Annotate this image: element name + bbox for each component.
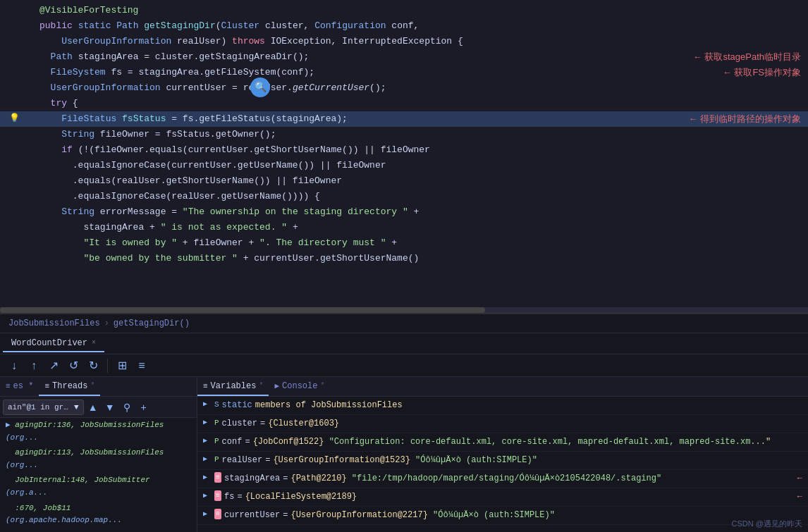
tab-close-button[interactable]: × — [92, 339, 96, 347]
thread-group-label: ain"@1 in group "... — [8, 403, 71, 412]
toolbar-step-out-btn[interactable]: ↗ — [45, 357, 62, 374]
var-type-icon-eq: ≡ — [214, 509, 221, 519]
debug-toolbar: ↓ ↑ ↗ ↺ ↻ ⊞ ≡ — [0, 354, 808, 377]
var-type-icon-p: P — [214, 417, 219, 429]
code-line: .equalsIgnoreCase(realUser.getUserName()… — [0, 189, 808, 204]
thread-item[interactable]: :670, Job$11 (org.apache.hadoop.map... — [0, 528, 197, 532]
var-item-static[interactable]: ▶ S static members of JobSubmissionFiles — [197, 397, 808, 415]
tab-wordcountdriver[interactable]: WordCountDriver × — [3, 335, 104, 352]
expand-icon[interactable]: ▶ — [203, 454, 212, 464]
tab-variables[interactable]: ≡ Variables * — [197, 377, 269, 396]
thread-item[interactable]: agingDir:113, JobSubmissionFiles (org... — [0, 445, 197, 473]
var-type-icon-p: P — [214, 454, 219, 466]
var-item-stagingarea[interactable]: ▶ ≡ stagingArea = {Path@2210} "file:/tmp… — [197, 470, 808, 488]
code-line: "be owned by the submitter " + currentUs… — [0, 251, 808, 266]
tab-label: WordCountDriver — [11, 338, 87, 348]
tab-frames[interactable]: ≡ es * — [0, 377, 39, 396]
var-type-icon-eq: ≡ — [214, 472, 221, 483]
code-line: UserGroupInformation realUser) throws IO… — [0, 34, 808, 49]
breadcrumb: JobSubmissionFiles › getStagingDir() — [0, 314, 808, 333]
frames-icon: ≡ — [6, 382, 11, 390]
threads-panel: ≡ es * ≡ Threads * ain"@1 in group "... … — [0, 377, 197, 532]
toolbar-evaluate-btn[interactable]: ↻ — [85, 357, 102, 374]
code-line: String errorMessage = "The ownership on … — [0, 204, 808, 220]
main-container: @VisibleForTesting public static Path ge… — [0, 0, 808, 532]
tab-console[interactable]: ▶ Console * — [269, 377, 330, 396]
breadcrumb-file[interactable]: JobSubmissionFiles — [8, 318, 100, 328]
thread-item[interactable]: ▶ agingDir:136, JobSubmissionFiles (org.… — [0, 418, 197, 445]
variables-icon: ≡ — [203, 382, 208, 390]
threads-filter-btn[interactable]: ⚲ — [119, 400, 135, 415]
expand-icon[interactable]: ▶ — [203, 490, 212, 501]
annotation-fs: ← 获取FS操作对象 — [723, 66, 801, 80]
code-area: @VisibleForTesting public static Path ge… — [0, 0, 808, 314]
thread-list: ▶ agingDir:136, JobSubmissionFiles (org.… — [0, 418, 197, 532]
code-line: try { — [0, 96, 808, 111]
threads-down-btn[interactable]: ▼ — [102, 400, 118, 415]
threads-add-btn[interactable]: + — [136, 400, 152, 415]
code-line: stagingArea + " is not as expected. " + — [0, 220, 808, 235]
code-line: public static Path getStagingDir(Cluster… — [0, 18, 808, 34]
breadcrumb-method[interactable]: getStagingDir() — [114, 318, 190, 328]
toolbar-step-over-btn[interactable]: ↓ — [6, 357, 23, 374]
var-type-icon-eq: ≡ — [214, 490, 221, 501]
var-item-cluster[interactable]: ▶ P cluster = {Cluster@1603} — [197, 415, 808, 433]
var-arrow-indicator: ← — [797, 490, 802, 503]
variables-label: Variables — [211, 381, 257, 391]
expand-icon[interactable]: ▶ — [203, 399, 212, 409]
tab-threads[interactable]: ≡ Threads * — [39, 377, 100, 396]
console-icon: ▶ — [274, 381, 279, 390]
code-line: "It is owned by " + fileOwner + ". The d… — [0, 235, 808, 251]
code-line: FileSystem fs = stagingArea.getFileSyste… — [0, 65, 808, 80]
thread-item[interactable]: JobInternal:148, JobSubmitter (org.a... — [0, 473, 197, 500]
var-type-icon-p: P — [214, 435, 219, 447]
var-arrow-indicator: ← — [797, 472, 802, 485]
toolbar-run-to-cursor-btn[interactable]: ↺ — [65, 357, 82, 374]
code-line: .equals(realUser.getShortUserName()) || … — [0, 173, 808, 189]
code-line: if (!(fileOwner.equals(currentUser.getSh… — [0, 142, 808, 158]
thread-group-dropdown[interactable]: ain"@1 in group "... ▼ — [3, 400, 84, 415]
csdn-watermark: CSDN @遇见的昨天 — [732, 519, 802, 529]
code-line: String fileOwner = fsStatus.getOwner(); — [0, 127, 808, 142]
threads-icon: ≡ — [44, 382, 49, 390]
var-item-currentuser[interactable]: ▶ ≡ currentUser = {UserGroupInformation@… — [197, 507, 808, 525]
frames-label: es * — [13, 381, 34, 391]
debug-panel: ≡ es * ≡ Threads * ain"@1 in group "... … — [0, 377, 808, 532]
toolbar-list-btn[interactable]: ≡ — [133, 357, 150, 374]
thread-item[interactable]: :670, Job$11 (org.apache.hadoop.map... — [0, 501, 197, 528]
threads-toolbar: ain"@1 in group "... ▼ ▲ ▼ ⚲ + — [0, 397, 197, 418]
toolbar-grid-btn[interactable]: ⊞ — [114, 357, 130, 374]
horizontal-scrollbar[interactable] — [0, 307, 808, 313]
code-line: Path stagingArea = cluster.getStagingAre… — [0, 49, 808, 65]
panel-tabs-left: ≡ es * ≡ Threads * — [0, 377, 197, 397]
expand-icon[interactable]: ▶ — [203, 417, 212, 428]
breadcrumb-arrow: › — [104, 318, 109, 328]
threads-up-btn[interactable]: ▲ — [85, 400, 101, 415]
search-icon[interactable]: 🔍 — [250, 78, 270, 97]
annotation-fsstatus: ← 得到临时路径的操作对象 — [688, 112, 801, 127]
var-item-fs[interactable]: ▶ ≡ fs = {LocalFileSystem@2189} ← — [197, 488, 808, 507]
code-line: @VisibleForTesting — [0, 3, 808, 18]
threads-suffix: * — [90, 382, 94, 390]
var-item-conf[interactable]: ▶ P conf = {JobConf@1522} "Configuration… — [197, 433, 808, 452]
panel-tabs-right: ≡ Variables * ▶ Console * — [197, 377, 808, 397]
code-line-highlighted: 💡 FileStatus fsStatus = fs.getFileStatus… — [0, 111, 808, 127]
annotation-stagepath: ← 获取stagePath临时目录 — [693, 50, 801, 65]
tab-bar: WordCountDriver × — [0, 333, 808, 354]
code-lines: @VisibleForTesting public static Path ge… — [0, 0, 808, 269]
code-line: .equalsIgnoreCase(currentUser.getUserNam… — [0, 158, 808, 173]
var-item-realuser[interactable]: ▶ P realUser = {UserGroupInformation@152… — [197, 452, 808, 470]
console-label: Console — [282, 381, 317, 391]
threads-label: Threads — [52, 381, 87, 391]
toolbar-separator — [107, 359, 108, 373]
code-line: UserGroupInformation currentUser = realU… — [0, 80, 808, 96]
variables-panel: ≡ Variables * ▶ Console * ▶ S static mem… — [197, 377, 808, 532]
dropdown-chevron-icon: ▼ — [74, 403, 79, 412]
variables-list: ▶ S static members of JobSubmissionFiles… — [197, 397, 808, 532]
expand-icon[interactable]: ▶ — [203, 509, 212, 519]
var-type-icon-s: S — [214, 399, 219, 411]
expand-icon[interactable]: ▶ — [203, 435, 212, 446]
expand-icon[interactable]: ▶ — [203, 472, 212, 483]
toolbar-step-into-btn[interactable]: ↑ — [25, 357, 42, 374]
